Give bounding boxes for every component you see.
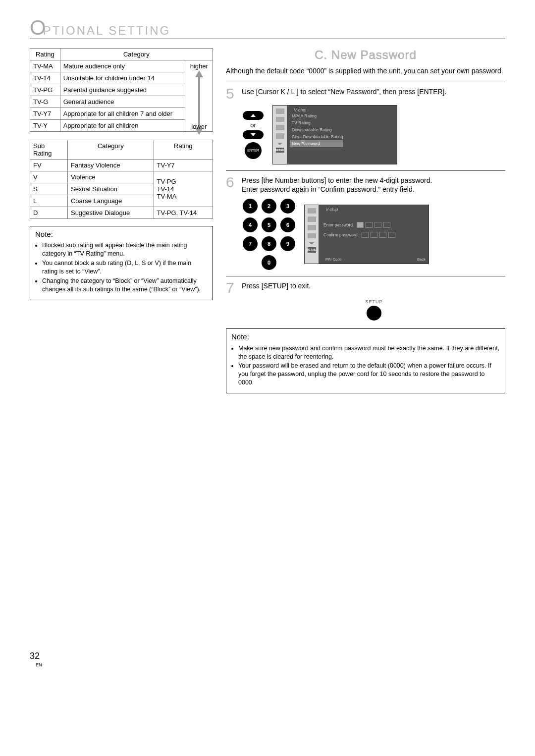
rating-block-line: TV-PG: [157, 178, 210, 185]
step-number: 6: [226, 176, 237, 194]
note-box-left: Note: Blocked sub rating will appear bes…: [30, 226, 213, 300]
osd-tab-icon: [308, 225, 316, 230]
rating-table: Rating Category TV-MA Mature audience on…: [30, 48, 213, 132]
sub-header: Sub Rating: [30, 140, 68, 160]
sub-cat-cell: Fantasy Violence: [67, 160, 154, 171]
osd-icon-strip: DETAIL: [273, 106, 287, 164]
cursor-nav: or ENTER: [243, 111, 264, 159]
pin-box: [366, 222, 373, 228]
key-9[interactable]: 9: [280, 236, 295, 251]
sub-category-header: Category: [67, 140, 154, 160]
step-text: Press [the Number buttons] to enter the …: [242, 176, 505, 185]
table-row: DSuggestive DialogueTV-PG, TV-14: [30, 207, 213, 219]
category-cell: General audience: [60, 96, 185, 108]
osd-tab-icon: [308, 256, 316, 261]
password-entry-boxes: [357, 222, 390, 228]
back-hint: Back: [417, 257, 426, 262]
cursor-up-button[interactable]: [243, 111, 264, 120]
key-4[interactable]: 4: [243, 217, 258, 232]
key-3[interactable]: 3: [280, 199, 295, 214]
setup-label: SETUP: [365, 299, 382, 304]
sub-rating-header: Rating: [154, 140, 213, 160]
password-confirm-boxes: [362, 232, 395, 238]
setup-button-group: SETUP: [243, 299, 505, 321]
osd-tab-icon: [276, 117, 284, 122]
category-header: Category: [60, 49, 213, 60]
heading-rest: PTIONAL SETTING: [43, 24, 170, 38]
osd-title: V-chip: [325, 207, 338, 212]
rating-block-cell: TV-PG TV-14 TV-MA: [154, 171, 213, 207]
sub-cell: L: [30, 195, 68, 207]
sub-rating-table: Sub Rating Category Rating FVFantasy Vio…: [30, 140, 213, 219]
key-8[interactable]: 8: [262, 236, 276, 251]
osd-password-screen: DETAIL V-chip Enter password.: [304, 205, 429, 264]
sub-cell: V: [30, 171, 68, 183]
enter-button[interactable]: ENTER: [245, 142, 262, 159]
table-row: TV-MA Mature audience only higher lower: [30, 60, 213, 72]
osd-menu-item-selected: New Password: [290, 140, 343, 147]
cursor-down-button[interactable]: [243, 130, 264, 139]
pin-code-hint: PIN Code: [325, 257, 342, 262]
osd-tab-icon: [308, 216, 316, 222]
key-2[interactable]: 2: [262, 199, 276, 214]
category-cell: Unsuitable for children under 14: [60, 72, 185, 84]
osd-icon-strip: DETAIL: [305, 205, 319, 264]
sub-cat-cell: Violence: [67, 171, 154, 183]
severity-scale: higher lower: [185, 60, 213, 132]
note-title: Note:: [35, 229, 208, 239]
pin-box: [388, 232, 395, 238]
pin-box: [357, 222, 364, 228]
table-row: FVFantasy ViolenceTV-Y7: [30, 160, 213, 171]
key-6[interactable]: 6: [280, 217, 295, 232]
step-6: 6 Press [the Number buttons] to enter th…: [226, 176, 505, 194]
page-heading: O PTIONAL SETTING: [30, 20, 505, 39]
step-7: 7 Press [SETUP] to exit.: [226, 281, 505, 294]
subsection-title: C. New Password: [226, 48, 505, 62]
note-title: Note:: [231, 332, 500, 342]
category-cell: Mature audience only: [60, 60, 185, 72]
page-number: 32: [30, 651, 505, 661]
setup-button[interactable]: [367, 306, 381, 321]
table-row: V Violence TV-PG TV-14 TV-MA: [30, 171, 213, 183]
osd-tab-icon: [276, 125, 284, 130]
sub-cell: FV: [30, 160, 68, 171]
lower-label: lower: [185, 123, 213, 130]
rating-block-line: TV-MA: [157, 193, 210, 200]
detail-tab-icon: DETAIL: [276, 148, 284, 153]
sub-cell: D: [30, 207, 68, 219]
step-number: 5: [226, 87, 237, 100]
confirm-password-label: Confirm password.: [323, 232, 359, 237]
key-1[interactable]: 1: [243, 199, 258, 214]
step-5: 5 Use [Cursor K / L ] to select “New Pas…: [226, 87, 505, 100]
key-5[interactable]: 5: [262, 217, 276, 232]
osd-menu-item: Clear Downloadable Rating: [292, 133, 343, 140]
chevron-down-icon: [277, 142, 282, 145]
divider: [226, 82, 505, 82]
rating-cell: TV-Y: [30, 120, 60, 132]
language-label: EN: [36, 662, 505, 667]
rating-cell: TV-Y7: [30, 108, 60, 120]
or-label: or: [250, 121, 256, 129]
step-number: 7: [226, 281, 237, 294]
key-0[interactable]: 0: [262, 255, 276, 270]
osd-menu-screen: DETAIL V-chip MPAA Rating TV Rating Down…: [272, 105, 397, 164]
category-cell: Parental guidance suggested: [60, 84, 185, 96]
category-cell: Appropriate for all children: [60, 120, 185, 132]
detail-tab-icon: DETAIL: [308, 247, 316, 253]
rating-header: Rating: [30, 49, 60, 60]
osd-title: V-chip: [294, 108, 306, 112]
step-text: Press [SETUP] to exit.: [242, 281, 505, 294]
divider: [226, 276, 505, 276]
osd-tab-icon: [276, 108, 284, 114]
pin-box: [374, 222, 381, 228]
sub-cat-cell: Coarse Language: [67, 195, 154, 207]
pin-box: [362, 232, 369, 238]
pin-box: [371, 232, 377, 238]
rating-block-line: TV-14: [157, 185, 210, 193]
osd-tab-icon: [276, 156, 284, 161]
note-item: Make sure new password and confirm passw…: [238, 344, 500, 361]
sub-cat-cell: Suggestive Dialogue: [67, 207, 154, 219]
key-7[interactable]: 7: [243, 236, 258, 251]
step-text: Use [Cursor K / L ] to select “New Passw…: [242, 87, 505, 100]
divider: [226, 170, 505, 171]
